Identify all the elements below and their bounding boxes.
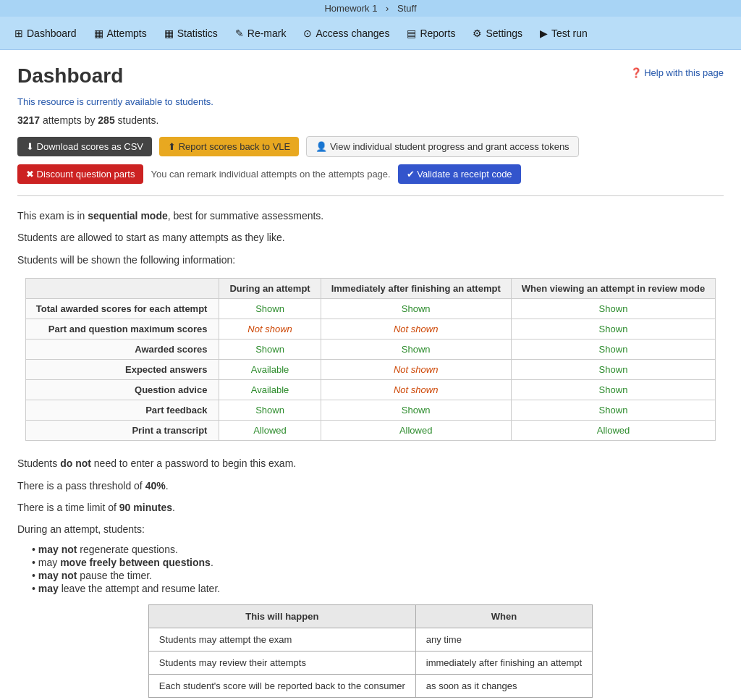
info-row-label: Question advice [25,380,219,400]
info-row-during: Available [219,360,321,380]
password-text: Students do not need to enter a password… [17,455,724,471]
info-row-during: Not shown [219,319,321,340]
help-link[interactable]: ❓ Help with this page [630,67,724,78]
info-row-review: Shown [511,340,716,360]
info-col-after: Immediately after finishing an attempt [321,279,511,299]
info-row-during: Shown [219,400,321,421]
info-table: During an attempt Immediately after fini… [25,278,716,441]
pass-threshold-text: There is a pass threshold of 40%. [17,478,724,494]
info-row-after: Allowed [321,421,511,441]
during-label: During an attempt, students: [17,521,724,537]
list-item: may not pause the timer. [32,570,724,581]
report-vle-button[interactable]: ⬆ Report scores back to VLE [159,137,299,156]
nav-statistics-label: Statistics [177,28,218,39]
nav-reports-label: Reports [420,28,455,39]
nav-reports[interactable]: ▤ Reports [398,17,464,49]
info-row-label: Print a transcript [25,421,219,441]
info-row-after: Shown [321,400,511,421]
nav-dashboard-label: Dashboard [27,28,77,39]
nav-remark[interactable]: ✎ Re-mark [226,17,295,49]
info-row-review: Shown [511,380,716,400]
nav-statistics[interactable]: ▦ Statistics [156,17,226,49]
main-content: ❓ Help with this page Dashboard This res… [0,50,741,700]
info-row-after: Not shown [321,380,511,400]
button-row-2: ✖ Discount question parts You can remark… [17,164,724,184]
dashboard-icon: ⊞ [14,28,23,39]
breadcrumb-homework: Homework 1 [324,3,377,14]
button-row-1: ⬇ Download scores as CSV ⬆ Report scores… [17,136,724,157]
nav-settings-label: Settings [486,28,522,39]
schedule-table: This will happen When Students may attem… [148,604,593,698]
nav-access-changes[interactable]: ⊙ Access changes [295,17,398,49]
info-row-label: Awarded scores [25,340,219,360]
nav-attempts[interactable]: ▦ Attempts [85,17,156,49]
table-row: Total awarded scores for each attempt Sh… [25,299,716,319]
info-col-label [25,279,219,299]
info-row-label: Part and question maximum scores [25,319,219,340]
info-row-after: Shown [321,340,511,360]
settings-icon: ⚙ [473,28,482,39]
info-row-after: Not shown [321,319,511,340]
shown-info-text: Students will be shown the following inf… [17,252,724,268]
view-progress-button[interactable]: 👤 View individual student progress and g… [306,136,578,157]
info-row-label: Total awarded scores for each attempt [25,299,219,319]
download-csv-button[interactable]: ⬇ Download scores as CSV [17,137,152,156]
sched-row-event: Students may review their attempts [148,651,415,674]
attempts-count: 3217 attempts by 285 students. [17,114,724,126]
sched-row-when: immediately after finishing an attempt [415,651,592,674]
list-item: may leave the attempt and resume later. [32,583,724,594]
list-item: may not regenerate questions. [32,544,724,555]
validate-button[interactable]: ✔ Validate a receipt code [398,164,521,184]
info-row-label: Part feedback [25,400,219,421]
sched-row-event: Each student's score will be reported ba… [148,674,415,697]
statistics-icon: ▦ [164,28,174,39]
sched-row-when: as soon as it changes [415,674,592,697]
table-row: Expected answers Available Not shown Sho… [25,360,716,380]
testrun-icon: ▶ [540,28,548,39]
nav-bar: ⊞ Dashboard ▦ Attempts ▦ Statistics ✎ Re… [0,17,741,50]
attempts-icon: ▦ [94,28,103,39]
info-row-during: Shown [219,340,321,360]
info-row-label: Expected answers [25,360,219,380]
sequential-mode-text: This exam is in sequential mode, best fo… [17,208,724,224]
nav-access-label: Access changes [316,28,389,39]
sched-row-event: Students may attempt the exam [148,628,415,651]
info-row-review: Allowed [511,421,716,441]
info-row-after: Not shown [321,360,511,380]
top-bar: Homework 1 › Stuff [0,0,741,17]
info-col-review: When viewing an attempt in review mode [511,279,716,299]
table-row: Students may attempt the exam any time [148,628,592,651]
info-row-review: Shown [511,400,716,421]
info-row-during: Shown [219,299,321,319]
nav-dashboard[interactable]: ⊞ Dashboard [6,17,85,49]
info-col-during: During an attempt [219,279,321,299]
sched-col-when: When [415,604,592,628]
attempts-number: 3217 [17,114,40,126]
access-icon: ⊙ [303,28,312,39]
table-row: Students may review their attempts immed… [148,651,592,674]
bullet-list: may not regenerate questions.may move fr… [17,544,724,594]
nav-settings[interactable]: ⚙ Settings [464,17,531,49]
nav-testrun[interactable]: ▶ Test run [531,17,596,49]
sched-col-event: This will happen [148,604,415,628]
time-limit-text: There is a time limit of 90 minutes. [17,499,724,515]
info-row-during: Available [219,380,321,400]
info-row-during: Allowed [219,421,321,441]
nav-testrun-label: Test run [551,28,588,39]
page-title: Dashboard [17,64,724,88]
info-row-review: Shown [511,360,716,380]
students-number: 285 [98,114,114,126]
sched-row-when: any time [415,628,592,651]
discount-button[interactable]: ✖ Discount question parts [17,164,143,184]
divider [17,195,724,196]
breadcrumb-context: Stuff [397,3,417,14]
breadcrumb-separator: › [386,3,389,14]
nav-remark-label: Re-mark [247,28,287,39]
info-row-after: Shown [321,299,511,319]
table-row: Print a transcript Allowed Allowed Allow… [25,421,716,441]
info-row-review: Shown [511,319,716,340]
table-row: Question advice Available Not shown Show… [25,380,716,400]
info-row-review: Shown [511,299,716,319]
table-row: Part feedback Shown Shown Shown [25,400,716,421]
remark-icon: ✎ [235,28,244,39]
